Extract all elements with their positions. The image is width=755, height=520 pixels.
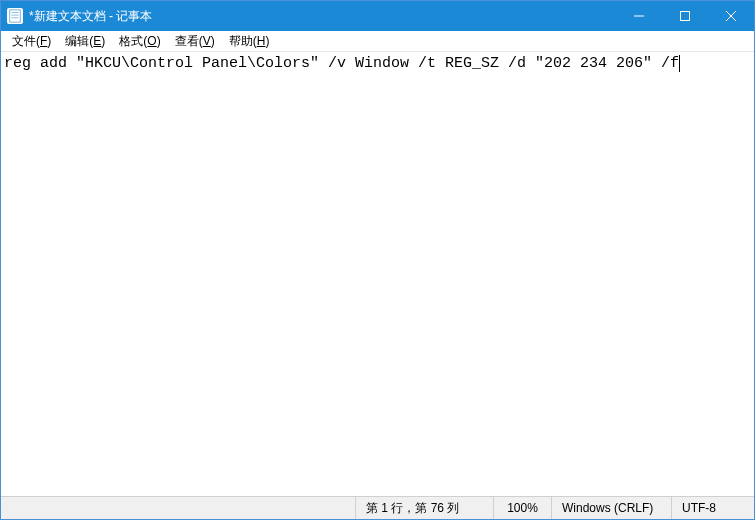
close-icon — [726, 11, 736, 21]
status-zoom: 100% — [494, 497, 552, 519]
minimize-icon — [634, 11, 644, 21]
svg-rect-5 — [681, 12, 690, 21]
minimize-button[interactable] — [616, 1, 662, 31]
status-encoding: UTF-8 — [672, 497, 754, 519]
text-editor[interactable]: reg add "HKCU\Control Panel\Colors" /v W… — [1, 52, 754, 496]
notepad-icon — [7, 8, 23, 24]
editor-content: reg add "HKCU\Control Panel\Colors" /v W… — [4, 54, 751, 73]
menu-help[interactable]: 帮助(H) — [222, 32, 277, 51]
titlebar[interactable]: *新建文本文档 - 记事本 — [1, 1, 754, 31]
menubar: 文件(F) 编辑(E) 格式(O) 查看(V) 帮助(H) — [1, 31, 754, 52]
menu-format[interactable]: 格式(O) — [112, 32, 167, 51]
status-line-ending: Windows (CRLF) — [552, 497, 672, 519]
statusbar: 第 1 行，第 76 列 100% Windows (CRLF) UTF-8 — [1, 496, 754, 519]
window-title: *新建文本文档 - 记事本 — [29, 8, 616, 25]
status-position: 第 1 行，第 76 列 — [356, 497, 494, 519]
menu-view[interactable]: 查看(V) — [168, 32, 222, 51]
window-controls — [616, 1, 754, 31]
maximize-icon — [680, 11, 690, 21]
menu-edit[interactable]: 编辑(E) — [58, 32, 112, 51]
maximize-button[interactable] — [662, 1, 708, 31]
svg-rect-0 — [10, 10, 21, 22]
text-caret — [679, 55, 680, 72]
close-button[interactable] — [708, 1, 754, 31]
menu-file[interactable]: 文件(F) — [5, 32, 58, 51]
status-spacer — [1, 497, 356, 519]
